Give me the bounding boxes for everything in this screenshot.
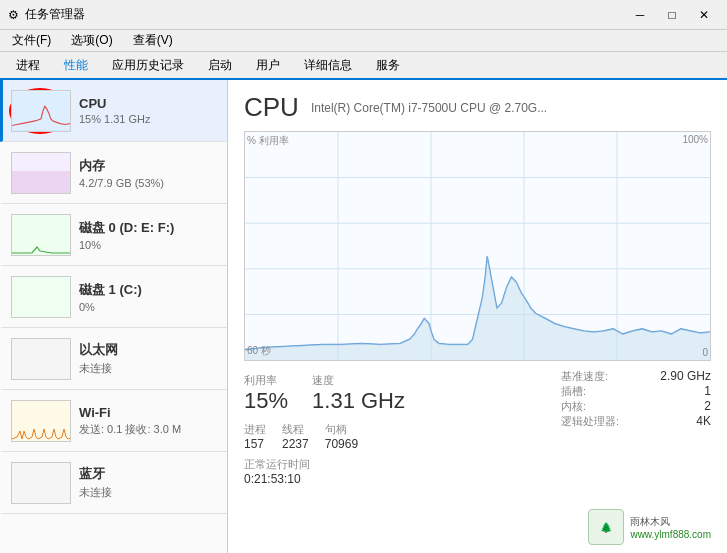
title-bar: ⚙ 任务管理器 ─ □ ✕ [0,0,727,30]
sidebar-info-cpu: CPU 15% 1.31 GHz [79,96,219,125]
menu-options[interactable]: 选项(O) [63,30,120,51]
sockets-value: 1 [704,384,711,399]
uptime-label: 正常运行时间 [244,457,545,472]
speed-value: 1.31 GHz [312,388,405,414]
sidebar-thumb-disk1 [11,276,71,318]
sidebar-thumb-disk0 [11,214,71,256]
stats-container: 利用率 15% 速度 1.31 GHz 进程 157 线程 22 [244,369,711,486]
sidebar-sub-cpu: 15% 1.31 GHz [79,113,219,125]
app-icon: ⚙ [8,8,19,22]
right-stat-cores: 内核: 2 [561,399,711,414]
stat-handle: 句柄 70969 [325,422,358,451]
menu-file[interactable]: 文件(F) [4,30,59,51]
tab-services[interactable]: 服务 [364,52,412,80]
eth-mini-chart [12,339,71,379]
stat-uptime: 正常运行时间 0:21:53:10 [244,457,545,486]
sidebar-label-disk1: 磁盘 1 (C:) [79,281,219,299]
chart-y-label: % 利用率 [247,134,289,148]
right-stats: 基准速度: 2.90 GHz 插槽: 1 内核: 2 逻辑处理器: 4K [561,369,711,486]
sidebar-info-disk1: 磁盘 1 (C:) 0% [79,281,219,313]
watermark-logo: 🌲 [588,509,624,545]
process-value: 157 [244,437,266,451]
sidebar-label-wifi: Wi-Fi [79,405,219,420]
sidebar-sub-memory: 4.2/7.9 GB (53%) [79,177,219,189]
cores-value: 2 [704,399,711,414]
sidebar-thumb-cpu [11,90,71,132]
svg-rect-5 [12,339,71,379]
basespeed-label: 基准速度: [561,369,608,384]
thread-label: 线程 [282,422,309,437]
sockets-label: 插槽: [561,384,586,399]
svg-rect-4 [12,277,71,317]
sidebar-info-disk0: 磁盘 0 (D: E: F:) 10% [79,219,219,251]
main-layout: CPU 15% 1.31 GHz 内存 4.2/7.9 GB (53%) [0,80,727,553]
chart-x-right: 0 [702,347,708,358]
sidebar-item-memory[interactable]: 内存 4.2/7.9 GB (53%) [0,142,227,204]
logical-value: 4K [696,414,711,429]
svg-rect-3 [12,215,71,255]
sidebar-item-ethernet[interactable]: 以太网 未连接 [0,328,227,390]
stat-process: 进程 157 [244,422,266,451]
sidebar-sub-bluetooth: 未连接 [79,485,219,500]
cpu-chart: % 利用率 100% 60 秒 0 [244,131,711,361]
title-controls: ─ □ ✕ [625,5,719,25]
uptime-value: 0:21:53:10 [244,472,545,486]
sidebar-item-disk0[interactable]: 磁盘 0 (D: E: F:) 10% [0,204,227,266]
tab-processes[interactable]: 进程 [4,52,52,80]
chart-x-left: 60 秒 [247,344,271,358]
sidebar-thumb-ethernet [11,338,71,380]
sidebar-item-bluetooth[interactable]: 蓝牙 未连接 [0,452,227,514]
minimize-button[interactable]: ─ [625,5,655,25]
stat-speed: 速度 1.31 GHz [312,369,405,418]
thread-value: 2237 [282,437,309,451]
tab-users[interactable]: 用户 [244,52,292,80]
right-stat-sockets: 插槽: 1 [561,384,711,399]
utilization-value: 15% [244,388,288,414]
sidebar-label-cpu: CPU [79,96,219,111]
tab-performance[interactable]: 性能 [52,52,100,80]
content-title: CPU [244,92,299,123]
cores-label: 内核: [561,399,586,414]
tab-startup[interactable]: 启动 [196,52,244,80]
stat-utilization: 利用率 15% [244,369,288,418]
tab-app-history[interactable]: 应用历史记录 [100,52,196,80]
menu-view[interactable]: 查看(V) [125,30,181,51]
close-button[interactable]: ✕ [689,5,719,25]
stats-row2: 进程 157 线程 2237 句柄 70969 [244,422,545,451]
process-label: 进程 [244,422,266,437]
stat-thread: 线程 2237 [282,422,309,451]
sidebar-thumb-memory [11,152,71,194]
sidebar-item-disk1[interactable]: 磁盘 1 (C:) 0% [0,266,227,328]
svg-rect-2 [12,171,71,193]
content-panel: CPU Intel(R) Core(TM) i7-7500U CPU @ 2.7… [228,80,727,553]
content-header: CPU Intel(R) Core(TM) i7-7500U CPU @ 2.7… [244,92,711,123]
logical-label: 逻辑处理器: [561,414,619,429]
memory-mini-chart [12,153,71,193]
menu-bar: 文件(F) 选项(O) 查看(V) [0,30,727,52]
tab-details[interactable]: 详细信息 [292,52,364,80]
disk1-mini-chart [12,277,71,317]
watermark-text: 雨林木风 www.ylmf888.com [630,515,711,540]
sidebar-item-cpu[interactable]: CPU 15% 1.31 GHz [0,80,227,142]
sidebar-label-bluetooth: 蓝牙 [79,465,219,483]
svg-rect-7 [12,463,71,503]
app-title: 任务管理器 [25,6,85,23]
utilization-label: 利用率 [244,373,288,388]
cpu-mini-chart [12,91,70,131]
sidebar-sub-disk1: 0% [79,301,219,313]
wifi-mini-chart [12,401,71,441]
maximize-button[interactable]: □ [657,5,687,25]
sidebar-sub-wifi: 发送: 0.1 接收: 3.0 M [79,422,219,437]
svg-rect-0 [12,91,70,130]
sidebar-item-wifi[interactable]: Wi-Fi 发送: 0.1 接收: 3.0 M [0,390,227,452]
left-stats: 利用率 15% 速度 1.31 GHz 进程 157 线程 22 [244,369,545,486]
sidebar-sub-disk0: 10% [79,239,219,251]
handle-value: 70969 [325,437,358,451]
sidebar-info-memory: 内存 4.2/7.9 GB (53%) [79,157,219,189]
watermark-brand: 雨林木风 [630,515,711,529]
sidebar-thumb-wifi [11,400,71,442]
title-bar-left: ⚙ 任务管理器 [8,6,85,23]
chart-y-max: 100% [682,134,708,145]
disk0-mini-chart [12,215,71,255]
sidebar-thumb-bluetooth [11,462,71,504]
